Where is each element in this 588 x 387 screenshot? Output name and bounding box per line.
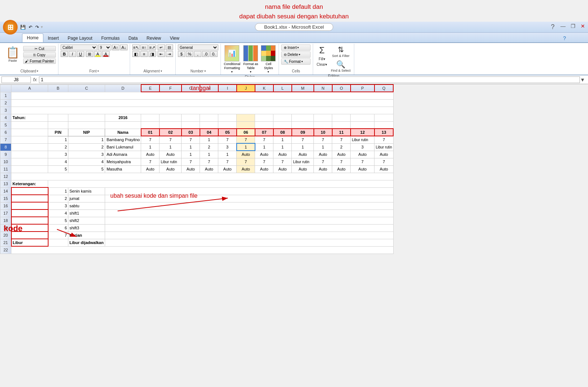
cell-B15[interactable]: 2 xyxy=(48,195,68,202)
cell-N7[interactable]: 7 xyxy=(314,136,332,143)
empty-cell[interactable] xyxy=(11,107,394,114)
cell-D4[interactable]: 2016 xyxy=(105,114,141,121)
cell-G10[interactable]: 7 xyxy=(182,158,200,165)
cell-M5[interactable] xyxy=(292,121,314,129)
tab-formulas[interactable]: Formulas xyxy=(97,34,124,42)
cell-K11[interactable]: Auto xyxy=(255,165,273,173)
col-header-K[interactable]: K xyxy=(255,85,273,92)
col-header-L[interactable]: L xyxy=(273,85,292,92)
cell-A10[interactable] xyxy=(11,158,48,165)
cell-N8[interactable]: 1 xyxy=(314,143,332,151)
empty-row-13[interactable] xyxy=(48,180,394,187)
empty-row-16[interactable] xyxy=(105,202,393,209)
col-header-D[interactable]: D xyxy=(105,85,141,92)
cell-N11[interactable]: Auto xyxy=(314,165,332,173)
cell-C15[interactable]: jumat xyxy=(68,195,105,202)
cell-O11[interactable]: Auto xyxy=(332,165,351,173)
cell-G7[interactable]: 7 xyxy=(182,136,200,143)
border-button[interactable]: ⊞ xyxy=(86,51,93,57)
cell-Q11[interactable]: Auto xyxy=(374,165,393,173)
cell-O5[interactable] xyxy=(332,121,351,129)
cell-M9[interactable]: Auto xyxy=(292,151,314,158)
cell-M8[interactable]: 1 xyxy=(292,143,314,151)
cell-B9[interactable]: 3 xyxy=(48,151,68,158)
col-header-Q[interactable]: Q xyxy=(374,85,393,92)
align-top-right-button[interactable]: ≡↗ xyxy=(148,44,156,50)
cell-P6[interactable]: 12 xyxy=(351,129,374,136)
align-right-button[interactable]: ◨ xyxy=(148,51,156,57)
cell-F8[interactable]: 1 xyxy=(159,143,182,151)
cell-C14[interactable]: Senin kamis xyxy=(68,187,105,195)
cell-N5[interactable] xyxy=(314,121,332,129)
number-format-select[interactable]: General xyxy=(178,44,218,50)
cell-P10[interactable]: 7 xyxy=(351,158,374,165)
col-header-I[interactable]: I xyxy=(218,85,237,92)
cell-I11[interactable]: Auto xyxy=(218,165,237,173)
cell-F4[interactable] xyxy=(159,114,182,121)
cell-L10[interactable]: 7 xyxy=(273,158,292,165)
cell-J10[interactable]: 7 xyxy=(237,158,255,165)
cell-E8[interactable]: 1 xyxy=(141,143,159,151)
paste-button[interactable]: 📋 Paste xyxy=(3,44,22,64)
tab-insert[interactable]: Insert xyxy=(43,34,63,42)
cell-G6[interactable]: 03 xyxy=(182,129,200,136)
empty-row-21[interactable] xyxy=(105,239,393,246)
redo-qa-button[interactable]: ↷ xyxy=(34,24,40,31)
cut-button[interactable]: ✂ Cut xyxy=(23,46,56,51)
increase-font-button[interactable]: A↑ xyxy=(112,44,119,50)
cell-I4[interactable] xyxy=(218,114,237,121)
cell-A19[interactable] xyxy=(11,224,48,232)
cell-J11[interactable]: Auto xyxy=(237,165,255,173)
cell-Q6[interactable]: 13 xyxy=(374,129,393,136)
bold-button[interactable]: B xyxy=(61,51,68,57)
cell-O6[interactable]: 11 xyxy=(332,129,351,136)
cell-O9[interactable]: Auto xyxy=(332,151,351,158)
cell-B8[interactable]: 2 xyxy=(48,143,68,151)
cell-G4[interactable] xyxy=(182,114,200,121)
cell-Q5[interactable] xyxy=(374,121,393,129)
empty-row-14[interactable] xyxy=(105,187,393,195)
cell-F7[interactable]: 7 xyxy=(159,136,182,143)
cell-N9[interactable]: Auto xyxy=(314,151,332,158)
tab-data[interactable]: Data xyxy=(124,34,142,42)
cell-C21[interactable]: Libur dijadwalkan xyxy=(68,239,105,246)
empty-row-12[interactable] xyxy=(11,173,394,180)
currency-button[interactable]: $ xyxy=(178,51,185,57)
merge-button[interactable]: ⊟ xyxy=(166,44,173,50)
cell-I8[interactable]: 3 xyxy=(218,143,237,151)
cell-B16[interactable]: 3 xyxy=(48,202,68,209)
cell-F9[interactable]: Auto xyxy=(159,151,182,158)
find-select-button[interactable]: 🔍 Find & Select xyxy=(330,59,352,73)
font-color-button[interactable]: A xyxy=(102,51,110,57)
cell-M11[interactable]: Auto xyxy=(292,165,314,173)
cell-F10[interactable]: Libur rutin xyxy=(159,158,182,165)
decrease-decimal-button[interactable]: 0. xyxy=(210,51,218,57)
conditional-formatting-button[interactable]: 📊 ConditionalFormatting ▾ xyxy=(223,44,241,74)
cell-D10[interactable]: Meisyahputra xyxy=(105,158,141,165)
cell-reference-box[interactable] xyxy=(1,76,31,83)
expand-formula-icon[interactable]: ▼ xyxy=(580,77,585,83)
formula-input[interactable] xyxy=(39,76,580,83)
cell-A5[interactable] xyxy=(11,121,48,129)
cell-E6[interactable]: 01 xyxy=(141,129,159,136)
col-header-B[interactable]: B xyxy=(48,85,68,92)
cell-B4[interactable] xyxy=(48,114,68,121)
cell-E5[interactable] xyxy=(141,121,159,129)
cell-P5[interactable] xyxy=(351,121,374,129)
cell-H8[interactable]: 2 xyxy=(200,143,218,151)
cell-C17[interactable]: shift1 xyxy=(68,209,105,217)
cell-A18[interactable] xyxy=(11,217,48,224)
cell-B14[interactable]: 1 xyxy=(48,187,68,195)
cell-M10[interactable]: Libur rutin xyxy=(292,158,314,165)
cell-D9[interactable]: Adi Asmara xyxy=(105,151,141,158)
cell-Q8[interactable]: Libur rutin xyxy=(374,143,393,151)
cell-K6[interactable]: 07 xyxy=(255,129,273,136)
cell-K4[interactable] xyxy=(255,114,273,121)
col-header-E[interactable]: E xyxy=(141,85,159,92)
minimize-btn[interactable]: — xyxy=(560,23,566,31)
cell-O4[interactable] xyxy=(332,114,351,121)
cell-J8-active[interactable]: 1 xyxy=(237,143,255,151)
col-header-J[interactable]: J xyxy=(237,85,255,92)
cell-J5[interactable] xyxy=(237,121,255,129)
cell-F5[interactable] xyxy=(159,121,182,129)
